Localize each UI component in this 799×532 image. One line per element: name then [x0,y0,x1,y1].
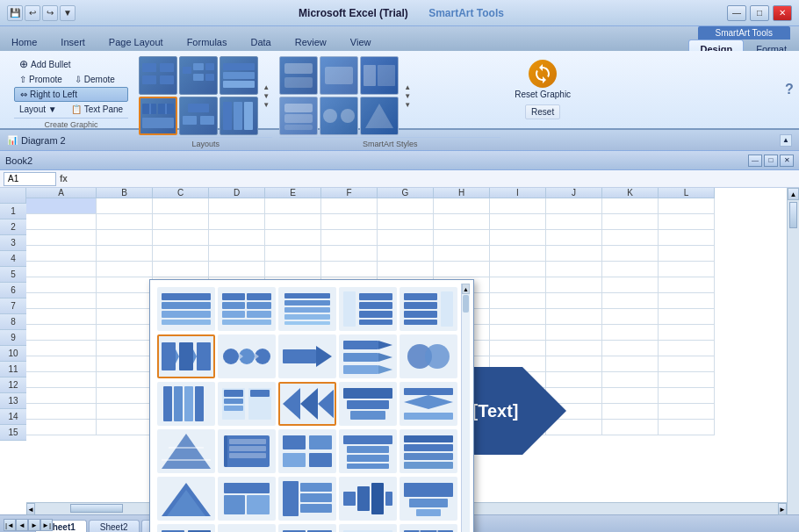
dropdown-item-4[interactable] [339,287,397,331]
layouts-scroll-up[interactable]: ▲ [263,83,270,91]
layouts-expand[interactable]: ▼ [263,101,270,109]
row-header-3[interactable]: 3 [0,235,26,251]
style-thumb-2[interactable] [320,56,358,95]
panel-scroll-up[interactable]: ▲ [462,284,470,294]
row-header-9[interactable]: 9 [0,330,26,346]
style-thumb-4[interactable] [279,97,318,135]
dropdown-item-3[interactable] [278,287,336,331]
dropdown-item-28[interactable] [278,524,336,532]
layout-thumb-2[interactable] [179,56,218,95]
layout-btn[interactable]: Layout ▼ [14,103,62,116]
dropdown-item-29[interactable] [339,524,397,532]
tab-view[interactable]: View [339,32,383,51]
row-header-8[interactable]: 8 [0,314,26,330]
dropdown-item-7[interactable] [218,334,276,378]
col-header-j[interactable]: J [546,188,602,198]
demote-btn[interactable]: ⇩ Demote [69,73,120,86]
quick-undo-btn[interactable]: ↩ [25,5,40,21]
h-scroll-left[interactable]: ◄ [26,503,35,515]
tab-formulas[interactable]: Formulas [176,32,239,51]
h-scroll-right[interactable]: ► [778,503,787,515]
layout-thumb-6[interactable] [220,97,258,135]
col-header-f[interactable]: F [321,188,378,198]
dropdown-item-24[interactable] [339,477,397,521]
styles-scroll-down[interactable]: ▼ [404,92,411,100]
name-box[interactable]: A1 [4,172,56,186]
workbook-minimize[interactable]: — [748,155,762,167]
dropdown-item-25[interactable] [400,477,457,521]
layout-thumb-4[interactable] [139,97,177,135]
reset-graphic-btn[interactable]: Reset Graphic [511,56,574,103]
col-header-d[interactable]: D [209,188,265,198]
panel-scrollbar[interactable]: ▲ ▼ [461,284,470,532]
dropdown-item-19[interactable] [339,429,397,473]
workbook-close[interactable]: ✕ [780,155,794,167]
restore-btn[interactable]: □ [750,5,769,21]
style-thumb-3[interactable] [360,56,399,95]
quick-redo-btn[interactable]: ↪ [42,5,58,21]
add-bullet-btn[interactable]: ⊕ Add Bullet [14,56,128,72]
dropdown-item-12[interactable] [218,382,276,426]
dropdown-item-6[interactable] [157,334,215,378]
row-header-15[interactable]: 15 [0,425,26,441]
quick-save-btn[interactable]: 💾 [7,5,23,21]
row-header-5[interactable]: 5 [0,267,26,283]
nav-next-sheet[interactable]: ► [28,519,40,531]
row-header-6[interactable]: 6 [0,283,26,298]
tab-page-layout[interactable]: Page Layout [97,32,175,51]
dropdown-item-13[interactable] [278,382,336,426]
dropdown-item-11[interactable] [157,382,215,426]
vertical-scrollbar[interactable]: ▲ ▼ [787,188,799,532]
col-header-c[interactable]: C [153,188,209,198]
quick-menu-btn[interactable]: ▼ [60,5,76,21]
layout-thumb-1[interactable] [139,56,177,95]
nav-last-sheet[interactable]: ►| [40,519,53,531]
row-header-7[interactable]: 7 [0,298,26,314]
close-btn[interactable]: ✕ [773,5,792,21]
tab-data[interactable]: Data [239,32,282,51]
col-header-e[interactable]: E [265,188,321,198]
col-header-b[interactable]: B [97,188,153,198]
dropdown-item-20[interactable] [400,429,457,473]
dropdown-item-27[interactable] [218,524,276,532]
dropdown-item-23[interactable] [278,477,336,521]
col-header-l[interactable]: L [659,188,715,198]
col-header-g[interactable]: G [378,188,434,198]
tab-review[interactable]: Review [284,32,338,51]
row-header-2[interactable]: 2 [0,219,26,235]
dropdown-item-16[interactable] [157,429,215,473]
h-scroll-thumb[interactable] [70,504,123,513]
workbook-restore[interactable]: □ [764,155,778,167]
col-header-h[interactable]: H [434,188,490,198]
minimize-btn[interactable]: — [727,5,746,21]
tab-home[interactable]: Home [0,32,48,51]
dropdown-item-21[interactable] [157,477,215,521]
dropdown-item-9[interactable] [339,334,397,378]
scroll-thumb[interactable] [789,202,797,228]
layouts-scroll[interactable]: ▲ ▼ ▼ [260,83,272,109]
dropdown-item-18[interactable] [278,429,336,473]
tab-insert[interactable]: Insert [49,32,97,51]
dropdown-item-2[interactable] [218,287,276,331]
row-header-10[interactable]: 10 [0,346,26,362]
row-header-14[interactable]: 14 [0,409,26,425]
row-header-4[interactable]: 4 [0,251,26,267]
col-header-k[interactable]: K [602,188,659,198]
layout-thumb-5[interactable] [179,97,218,135]
dropdown-item-8[interactable] [278,334,336,378]
scroll-up-btn[interactable]: ▲ [788,188,799,200]
dropdown-item-17[interactable] [218,429,276,473]
styles-expand[interactable]: ▼ [404,101,411,109]
style-thumb-1[interactable] [279,56,318,95]
promote-btn[interactable]: ⇧ Promote [14,73,68,86]
sheet-tab-2[interactable]: Sheet2 [89,520,140,532]
cell-b1[interactable] [97,198,153,214]
reset-btn[interactable]: Reset [525,104,560,119]
dropdown-item-22[interactable] [218,477,276,521]
dropdown-item-5[interactable] [400,287,457,331]
row-header-12[interactable]: 12 [0,377,26,393]
col-header-i[interactable]: I [490,188,546,198]
dropdown-item-15[interactable] [400,382,457,426]
dropdown-item-1[interactable] [157,287,215,331]
layouts-scroll-down[interactable]: ▼ [263,92,270,100]
